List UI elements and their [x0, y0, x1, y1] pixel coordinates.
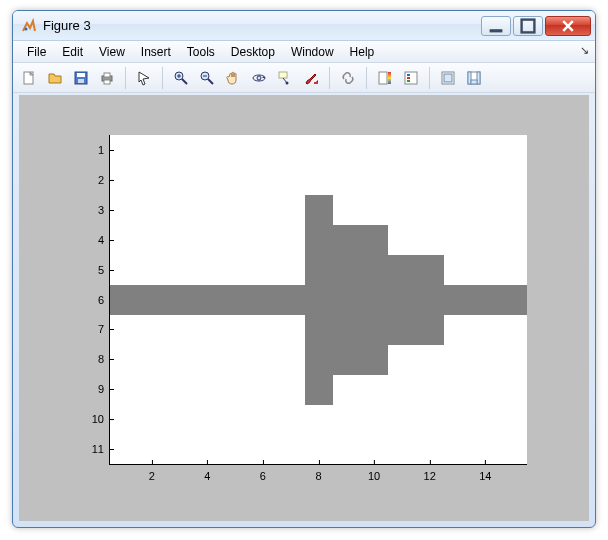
- menu-insert[interactable]: Insert: [133, 43, 179, 61]
- image-pixel: [221, 285, 249, 315]
- image-pixel: [360, 225, 388, 255]
- menu-view[interactable]: View: [91, 43, 133, 61]
- maximize-button[interactable]: [513, 16, 543, 36]
- x-tick-label: 2: [149, 464, 155, 482]
- dock-toggle-icon[interactable]: ↘: [580, 44, 589, 57]
- figure-canvas[interactable]: 12345678910112468101214: [19, 95, 589, 521]
- open-file-button[interactable]: [43, 66, 67, 90]
- image-pixel: [360, 314, 388, 344]
- axes[interactable]: 12345678910112468101214: [109, 135, 527, 465]
- y-tick-label: 1: [98, 144, 110, 156]
- zoom-in-button[interactable]: [169, 66, 193, 90]
- show-plot-tools-button[interactable]: [462, 66, 486, 90]
- y-tick-label: 11: [92, 443, 110, 455]
- toolbar-separator: [366, 67, 367, 89]
- image-pixel: [332, 285, 360, 315]
- x-tick-label: 8: [315, 464, 321, 482]
- image-pixel: [305, 374, 333, 404]
- titlebar[interactable]: Figure 3: [13, 11, 595, 41]
- svg-rect-9: [104, 80, 110, 84]
- image-pixel: [305, 314, 333, 344]
- toolbar-separator: [429, 67, 430, 89]
- close-button[interactable]: [545, 16, 591, 36]
- image-pixel: [332, 344, 360, 374]
- image-pixel: [416, 314, 444, 344]
- y-tick-label: 10: [92, 413, 110, 425]
- hide-plot-tools-button[interactable]: [436, 66, 460, 90]
- image-pixel: [444, 285, 472, 315]
- window-title: Figure 3: [43, 18, 479, 33]
- brush-button[interactable]: [299, 66, 323, 90]
- menu-tools[interactable]: Tools: [179, 43, 223, 61]
- svg-rect-8: [104, 73, 110, 77]
- svg-rect-30: [444, 74, 452, 82]
- new-figure-button[interactable]: [17, 66, 41, 90]
- insert-colorbar-button[interactable]: [373, 66, 397, 90]
- image-pixel: [416, 285, 444, 315]
- toolbar-separator: [162, 67, 163, 89]
- image-pixel: [360, 285, 388, 315]
- image-pixel: [305, 285, 333, 315]
- save-figure-button[interactable]: [69, 66, 93, 90]
- image-pixel: [388, 314, 416, 344]
- image-pixel: [471, 285, 499, 315]
- image-pixel: [416, 255, 444, 285]
- image-pixel: [305, 255, 333, 285]
- svg-point-21: [286, 81, 289, 84]
- svg-point-0: [25, 27, 28, 30]
- x-tick-label: 14: [479, 464, 491, 482]
- minimize-button[interactable]: [481, 16, 511, 36]
- svg-rect-25: [405, 72, 417, 84]
- svg-rect-34: [471, 80, 477, 84]
- y-tick-label: 4: [98, 234, 110, 246]
- zoom-out-button[interactable]: [195, 66, 219, 90]
- svg-rect-6: [78, 79, 84, 83]
- menu-file[interactable]: File: [19, 43, 54, 61]
- pan-button[interactable]: [221, 66, 245, 90]
- menubar: File Edit View Insert Tools Desktop Wind…: [13, 41, 595, 63]
- image-pixel: [360, 344, 388, 374]
- svg-rect-22: [314, 82, 318, 84]
- menu-window[interactable]: Window: [283, 43, 342, 61]
- image-pixel: [305, 225, 333, 255]
- y-tick-label: 3: [98, 204, 110, 216]
- image-pixel: [360, 255, 388, 285]
- insert-legend-button[interactable]: [399, 66, 423, 90]
- menu-help[interactable]: Help: [342, 43, 383, 61]
- edit-plot-button[interactable]: [132, 66, 156, 90]
- y-tick-label: 6: [98, 294, 110, 306]
- x-tick-label: 4: [204, 464, 210, 482]
- menu-edit[interactable]: Edit: [54, 43, 91, 61]
- data-cursor-button[interactable]: [273, 66, 297, 90]
- y-tick-label: 8: [98, 353, 110, 365]
- menu-desktop[interactable]: Desktop: [223, 43, 283, 61]
- image-pixel: [332, 255, 360, 285]
- svg-rect-2: [522, 19, 535, 32]
- image-pixel: [332, 314, 360, 344]
- y-tick-label: 5: [98, 264, 110, 276]
- image-pixel: [332, 225, 360, 255]
- y-tick-label: 2: [98, 174, 110, 186]
- image-pixel: [193, 285, 221, 315]
- svg-point-18: [257, 76, 261, 80]
- link-plot-button[interactable]: [336, 66, 360, 90]
- image-pixel: [138, 285, 166, 315]
- x-tick-label: 6: [260, 464, 266, 482]
- image-pixel: [499, 285, 527, 315]
- print-figure-button[interactable]: [95, 66, 119, 90]
- x-tick-label: 10: [368, 464, 380, 482]
- toolbar: [13, 63, 595, 93]
- svg-line-15: [208, 79, 213, 84]
- svg-rect-19: [279, 72, 287, 78]
- image-pixel: [249, 285, 277, 315]
- svg-rect-5: [77, 73, 85, 77]
- y-tick-label: 9: [98, 383, 110, 395]
- matlab-icon: [21, 18, 37, 34]
- svg-rect-1: [490, 29, 503, 32]
- image-pixel: [388, 255, 416, 285]
- figure-window: Figure 3 File Edit View Insert Tools Des…: [12, 10, 596, 528]
- svg-rect-24: [388, 72, 391, 84]
- svg-rect-23: [379, 72, 387, 84]
- toolbar-separator: [125, 67, 126, 89]
- rotate-3d-button[interactable]: [247, 66, 271, 90]
